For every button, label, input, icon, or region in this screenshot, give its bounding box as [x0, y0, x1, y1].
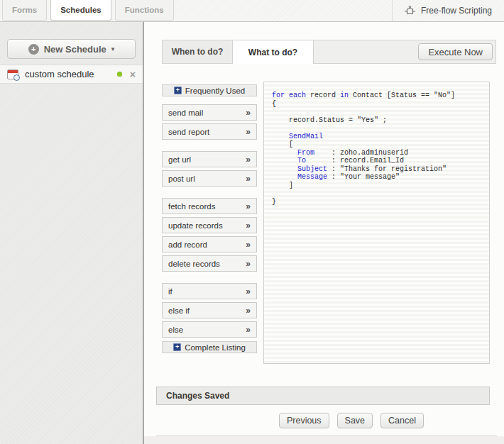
code-keyword: To	[297, 157, 306, 165]
script-palette: + Frequently Used send mail»send report»…	[162, 84, 257, 353]
code-text: ]	[272, 182, 293, 189]
tab-forms[interactable]: Forms	[2, 0, 47, 21]
status-bar-text: Changes Saved	[166, 391, 229, 401]
palette-button-post-url[interactable]: post url»	[162, 170, 257, 187]
frequently-used-header[interactable]: + Frequently Used	[162, 84, 257, 96]
double-arrow-icon: »	[246, 201, 251, 211]
expand-plus-icon: +	[174, 87, 182, 94]
code-text	[272, 173, 297, 181]
code-editor[interactable]: for each record in Contact [Status == "N…	[264, 82, 489, 215]
palette-button-label: send report	[168, 128, 209, 136]
app-window: Forms Schedules Functions Free-flow Scri…	[0, 0, 504, 444]
status-dot	[117, 72, 122, 77]
free-flow-label: Free-flow Scripting	[421, 6, 492, 16]
palette-button-if[interactable]: if»	[162, 283, 257, 299]
double-arrow-icon: »	[246, 108, 251, 118]
double-arrow-icon: »	[246, 221, 251, 231]
plus-circle-icon: +	[28, 44, 39, 55]
tab-functions[interactable]: Functions	[115, 0, 174, 21]
expand-plus-icon: +	[173, 343, 181, 351]
double-arrow-icon: »	[246, 287, 251, 296]
tab-schedules[interactable]: Schedules	[50, 0, 111, 21]
code-keyword: Message	[297, 173, 327, 181]
palette-button-update-records[interactable]: update records»	[162, 217, 257, 233]
palette-button-get-url[interactable]: get url»	[162, 151, 257, 167]
palette-button-label: get url	[168, 155, 191, 164]
palette-button-label: fetch records	[168, 202, 215, 211]
code-line	[272, 108, 481, 116]
sidebar: + New Schedule ▾ custom schedule ×	[0, 22, 144, 444]
footer-buttons: Previous Save Cancel	[279, 413, 424, 428]
tab-what-to-do[interactable]: What to do?	[233, 40, 314, 64]
top-bar: Forms Schedules Functions Free-flow Scri…	[0, 0, 504, 22]
code-keyword: Subject	[297, 165, 327, 173]
code-line	[272, 189, 481, 198]
new-schedule-button[interactable]: + New Schedule ▾	[7, 39, 136, 59]
palette-button-label: else if	[168, 306, 190, 315]
palette-groups: send mail»send report»get url»post url»f…	[162, 104, 257, 338]
code-editor-panel[interactable]: for each record in Contact [Status == "N…	[263, 82, 490, 364]
code-keyword: SendMail	[289, 133, 323, 140]
complete-listing-label: Complete Listing	[185, 343, 246, 352]
main-panel: When to do? What to do? Execute Now + Fr…	[144, 22, 504, 444]
complete-listing-header[interactable]: + Complete Listing	[162, 341, 257, 353]
palette-button-delete-records[interactable]: delete records»	[162, 255, 257, 272]
code-text: }	[272, 198, 276, 206]
code-line: record.Status = "Yes" ;	[272, 116, 481, 125]
palette-button-send-mail[interactable]: send mail»	[162, 104, 257, 121]
code-text: : zoho.adminuserid	[314, 149, 408, 157]
free-flow-icon	[405, 6, 415, 16]
code-text	[272, 157, 297, 165]
palette-button-else-if[interactable]: else if»	[162, 302, 257, 318]
palette-button-label: if	[168, 287, 172, 296]
palette-button-label: delete records	[168, 260, 220, 268]
code-text: Contact [Status == "No"]	[349, 91, 455, 99]
palette-group: get url»post url»	[162, 151, 257, 187]
palette-button-label: else	[168, 326, 183, 334]
code-text: record	[306, 91, 340, 99]
tab-when-to-do[interactable]: When to do?	[163, 40, 233, 63]
code-keyword: in	[340, 91, 349, 99]
code-line: From : zoho.adminuserid	[272, 149, 481, 157]
double-arrow-icon: »	[246, 127, 251, 137]
palette-group: send mail»send report»	[162, 104, 257, 140]
code-line: }	[272, 198, 481, 206]
code-line	[272, 124, 481, 133]
palette-button-send-report[interactable]: send report»	[162, 123, 257, 140]
code-line: {	[272, 100, 481, 109]
clock-overlay-icon	[13, 74, 20, 81]
code-text: : "Your message"	[327, 173, 400, 181]
close-icon[interactable]: ×	[130, 70, 136, 79]
double-arrow-icon: »	[246, 325, 251, 335]
frequently-used-label: Frequently Used	[185, 87, 245, 95]
palette-button-fetch-records[interactable]: fetch records»	[162, 198, 257, 214]
save-button[interactable]: Save	[337, 413, 373, 428]
execute-now-button[interactable]: Execute Now	[418, 43, 493, 60]
code-line: ]	[272, 182, 481, 190]
code-keyword: for each	[272, 91, 306, 99]
double-arrow-icon: »	[246, 174, 251, 184]
double-arrow-icon: »	[246, 306, 251, 316]
code-line: Message : "Your message"	[272, 173, 481, 182]
free-flow-scripting-button[interactable]: Free-flow Scripting	[392, 0, 504, 21]
status-bar: Changes Saved	[156, 387, 490, 405]
code-line: To : record.Email_Id	[272, 157, 481, 165]
new-schedule-label: New Schedule	[44, 44, 106, 55]
sidebar-item-custom-schedule[interactable]: custom schedule ×	[0, 65, 143, 84]
double-arrow-icon: »	[246, 155, 251, 165]
palette-button-label: update records	[168, 221, 223, 230]
palette-group: fetch records»update records»add record»…	[162, 198, 257, 272]
schedule-item-label: custom schedule	[25, 69, 94, 79]
code-text	[272, 165, 297, 173]
code-line: SendMail	[272, 133, 481, 141]
code-line: Subject : "Thanks for registration"	[272, 165, 481, 174]
palette-group: if»else if»else»	[162, 283, 257, 338]
double-arrow-icon: »	[246, 259, 251, 269]
cancel-button[interactable]: Cancel	[380, 413, 424, 428]
code-text: : record.Email_Id	[306, 157, 404, 165]
calendar-clock-icon	[7, 70, 18, 79]
palette-button-else[interactable]: else»	[162, 321, 257, 338]
palette-button-add-record[interactable]: add record»	[162, 236, 257, 252]
code-text: [	[272, 140, 293, 148]
previous-button[interactable]: Previous	[279, 413, 329, 428]
